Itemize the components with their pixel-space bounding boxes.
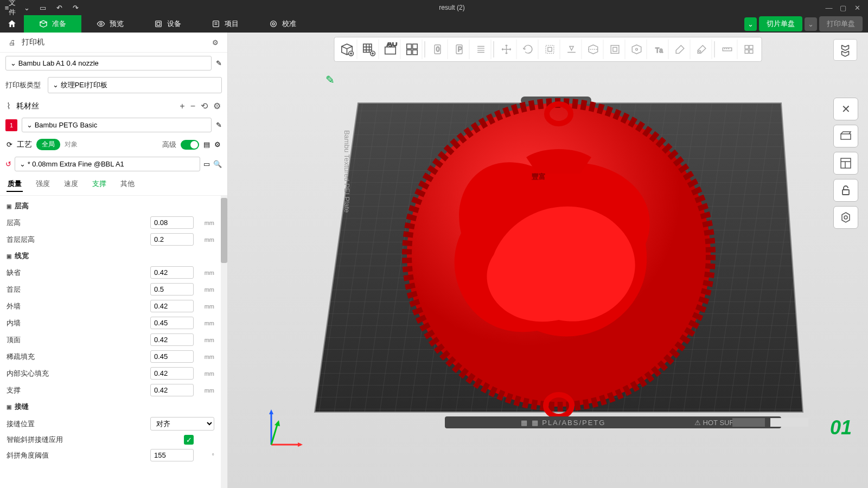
edit-pen-icon[interactable]: ✎ (326, 73, 335, 86)
param-outer-wall-input[interactable] (150, 300, 194, 312)
sidetool-layout-icon[interactable] (833, 152, 858, 175)
save-icon[interactable]: ▭ (38, 3, 48, 12)
tool-add-plate-icon[interactable] (359, 40, 379, 59)
axis-gizmo[interactable] (260, 407, 304, 450)
printer-settings-icon[interactable]: ⚙ (210, 37, 221, 48)
tab-prepare[interactable]: 准备 (24, 15, 81, 33)
tool-layers-icon[interactable] (471, 40, 492, 59)
param-support-lw-input[interactable] (150, 384, 194, 396)
process-preset-select[interactable]: ⌄ * 0.08mm Extra Fine @BBL A1 (15, 157, 200, 171)
process-preset-value: * 0.08mm Extra Fine @BBL A1 (28, 160, 124, 168)
slice-label: 切片单盘 (767, 19, 795, 29)
tab-calibrate[interactable]: 校准 (254, 15, 311, 33)
param-first-layer-lw-label: 首层 (7, 285, 146, 294)
tab-support[interactable]: 支撑 (91, 177, 107, 192)
viewport-3d[interactable]: AUTO 0 P Ta ✎ (228, 33, 868, 488)
print-button[interactable]: 打印单盘 (819, 16, 863, 31)
tab-strength[interactable]: 强度 (35, 177, 51, 192)
group-line-width[interactable]: ▣线宽 (0, 248, 221, 264)
filament-add-icon[interactable]: + (180, 101, 184, 111)
advanced-toggle[interactable] (181, 140, 199, 150)
param-top-surface-input[interactable] (150, 333, 194, 346)
tool-scale-icon[interactable] (540, 40, 560, 59)
slice-button[interactable]: 切片单盘 (759, 16, 802, 31)
tab-project[interactable]: 项目 (196, 15, 254, 33)
tool-assembly-icon[interactable] (739, 40, 760, 59)
svg-marker-60 (275, 420, 280, 426)
tab-quality[interactable]: 质量 (7, 177, 23, 192)
tool-cut-icon[interactable] (583, 40, 604, 59)
tool-seam-paint-icon[interactable] (692, 40, 712, 59)
param-first-layer-height-label: 首层层高 (7, 235, 146, 245)
tool-text-icon[interactable]: Ta (648, 40, 669, 59)
sidetool-close-icon[interactable]: ✕ (833, 98, 858, 120)
tool-arrange-icon[interactable] (402, 40, 423, 59)
tool-assembly-view-icon[interactable] (833, 39, 857, 61)
svg-line-59 (271, 423, 278, 445)
param-smart-scarf-checkbox[interactable]: ✓ (184, 435, 194, 445)
param-sparse-infill-label: 稀疏填充 (7, 352, 146, 362)
dropdown-icon[interactable]: ⌄ (22, 3, 31, 12)
param-first-layer-height-input[interactable] (150, 233, 194, 246)
param-scarf-angle-label: 斜拼角度阈值 (7, 451, 146, 460)
tool-split-icon[interactable]: P (449, 40, 470, 59)
param-sparse-infill-input[interactable] (150, 350, 194, 363)
printer-edit-icon[interactable]: ✎ (216, 59, 222, 67)
tool-mesh-icon[interactable] (605, 40, 626, 59)
process-search-icon[interactable]: 🔍 (213, 160, 222, 168)
tool-rotate-icon[interactable] (518, 40, 539, 59)
filament-remove-icon[interactable]: − (190, 101, 195, 111)
print-dropdown[interactable]: ⌄ (805, 17, 817, 31)
tool-measure-icon[interactable] (717, 40, 738, 59)
home-button[interactable] (0, 15, 24, 33)
filament-swatch-1[interactable]: 1 (5, 119, 17, 131)
tab-other[interactable]: 其他 (119, 177, 136, 192)
tool-flatten-icon[interactable] (561, 40, 582, 59)
plate-type-select[interactable]: ⌄ 纹理PEI打印板 (48, 77, 222, 93)
tool-move-icon[interactable] (496, 40, 517, 59)
maximize-icon[interactable]: ▢ (838, 3, 848, 12)
slice-dropdown[interactable]: ⌄ (744, 17, 757, 31)
tab-device[interactable]: 设备 (139, 15, 196, 33)
process-object-pill[interactable]: 对象 (65, 140, 78, 149)
tab-speed[interactable]: 速度 (63, 177, 79, 192)
param-seam-position-select[interactable]: 对齐 (150, 417, 214, 431)
filament-edit-icon[interactable]: ✎ (216, 121, 222, 129)
reset-icon[interactable]: ↺ (5, 160, 11, 168)
param-first-layer-lw-input[interactable] (150, 283, 194, 296)
sidetool-view-icon[interactable] (833, 125, 858, 147)
process-save-icon[interactable]: ▭ (203, 160, 210, 168)
svg-text:豐富: 豐富 (532, 172, 546, 181)
process-settings-icon[interactable]: ⚙ (214, 140, 221, 149)
minimize-icon[interactable]: — (824, 3, 834, 12)
param-solid-infill-input[interactable] (150, 367, 194, 380)
filament-settings-icon[interactable]: ⚙ (213, 101, 221, 111)
param-inner-wall-input[interactable] (150, 317, 194, 329)
process-compare-icon[interactable]: ▤ (203, 140, 210, 149)
undo-icon[interactable]: ↶ (54, 3, 64, 12)
close-icon[interactable]: ✕ (852, 3, 863, 12)
param-layer-height-input[interactable] (150, 216, 194, 229)
tool-add-cube-icon[interactable] (337, 40, 358, 59)
tool-orient-icon[interactable]: 0 (427, 40, 448, 59)
tab-preview[interactable]: 预览 (81, 15, 139, 33)
group-seam[interactable]: ▣接缝 (0, 399, 221, 415)
redo-icon[interactable]: ↷ (71, 3, 80, 12)
tool-color-paint-icon[interactable] (670, 40, 691, 59)
filament-sync-icon[interactable]: ⟲ (201, 101, 208, 111)
param-scarf-angle-input[interactable] (150, 449, 194, 461)
params-scrollbar[interactable] (221, 196, 227, 488)
sidetool-settings-icon[interactable] (833, 206, 858, 229)
unit-mm: mm (198, 337, 214, 343)
unit-mm: mm (198, 320, 214, 326)
process-global-pill[interactable]: 全局 (36, 139, 60, 150)
file-menu[interactable]: ≡ 文件 (5, 3, 15, 12)
filament-select-1[interactable]: ⌄ Bambu PETG Basic (22, 118, 212, 132)
param-default-lw-input[interactable] (150, 266, 194, 279)
tool-support-paint-icon[interactable] (627, 40, 647, 59)
printer-preset-select[interactable]: ⌄ Bambu Lab A1 0.4 nozzle (5, 56, 212, 70)
tool-auto-arrange-icon[interactable]: AUTO (380, 40, 401, 59)
group-layer-height[interactable]: ▣层高 (0, 198, 221, 214)
sidetool-lock-icon[interactable] (833, 179, 858, 202)
tab-calibrate-label: 校准 (282, 19, 296, 29)
